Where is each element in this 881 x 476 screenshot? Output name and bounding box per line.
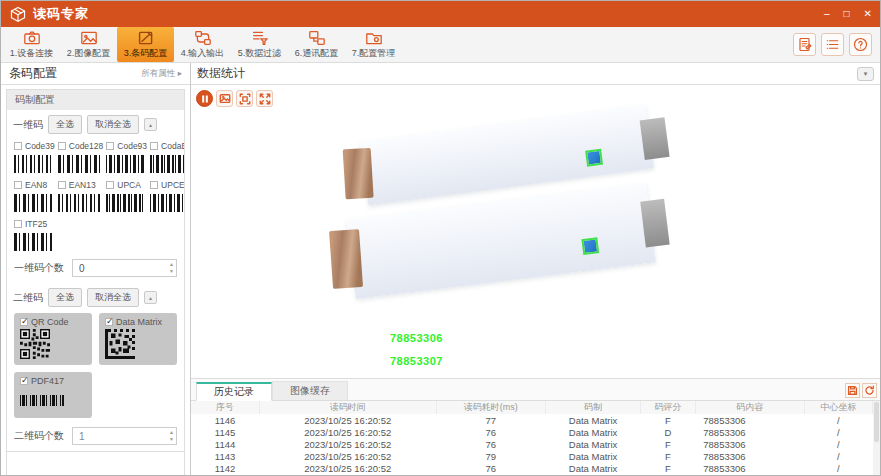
checkbox-itf25[interactable]: ITF25: [14, 219, 55, 229]
data-filter-icon: [250, 30, 270, 46]
checkbox-upca[interactable]: UPCA: [106, 180, 147, 190]
refresh-button[interactable]: [862, 383, 877, 398]
tab-image-cache[interactable]: 图像缓存: [272, 381, 348, 400]
list-button[interactable]: [821, 33, 844, 56]
checkbox-qrcode[interactable]: QR Code: [20, 317, 86, 327]
twod-controls-row: 二维码 全选 取消全选 ▴: [7, 283, 184, 310]
checkbox-pdf417[interactable]: PDF417: [20, 376, 86, 386]
fit-view-button[interactable]: [236, 90, 253, 107]
barcode-type-datamatrix[interactable]: Data Matrix: [99, 313, 177, 365]
table-row[interactable]: 1145 2023/10/25 16:20:52 76 Data Matrix …: [191, 426, 873, 438]
cell-coord: /: [804, 438, 872, 450]
spinner-arrows[interactable]: ▲▼: [169, 429, 174, 443]
history-table: 序号 读码时间 读码耗时(ms) 码制 码评分 码内容 中心坐标: [191, 401, 873, 476]
save-history-button[interactable]: [845, 383, 860, 398]
barcode-sample: [58, 155, 101, 173]
checkbox-datamatrix[interactable]: Data Matrix: [105, 317, 171, 327]
oned-select-all-button[interactable]: 全选: [48, 115, 82, 134]
spinner-arrows[interactable]: ▲▼: [169, 261, 174, 275]
tab-comm-config[interactable]: 6.通讯配置: [288, 27, 345, 62]
history-table-wrap[interactable]: 序号 读码时间 读码耗时(ms) 码制 码评分 码内容 中心坐标: [191, 401, 880, 476]
checkbox-box[interactable]: [105, 318, 113, 326]
checkbox-box[interactable]: [20, 377, 28, 385]
save-image-icon: [219, 93, 231, 105]
tab-history-record[interactable]: 历史记录: [196, 382, 272, 401]
col-read-time[interactable]: 读码时间: [259, 401, 436, 414]
checkbox-box[interactable]: [106, 142, 114, 150]
oned-fold-button[interactable]: ▴: [144, 118, 157, 131]
tab-config-manage[interactable]: 7.配置管理: [345, 27, 402, 62]
table-scrollbar[interactable]: [873, 401, 880, 476]
maximize-button[interactable]: □: [844, 9, 850, 19]
oned-count-input[interactable]: 0 ▲▼: [72, 259, 177, 277]
tab-barcode-config[interactable]: 3.条码配置: [117, 27, 174, 62]
cell-coord: /: [804, 426, 872, 438]
barcode-edit-icon: [136, 30, 156, 46]
checkbox-ean13[interactable]: EAN13: [58, 180, 104, 190]
close-button[interactable]: ✕: [864, 9, 872, 19]
barcode-type-pdf417[interactable]: PDF417: [14, 372, 92, 418]
image-viewer[interactable]: 78853306 78853307: [191, 85, 880, 379]
checkbox-ean8[interactable]: EAN8: [14, 180, 55, 190]
twod-select-all-button[interactable]: 全选: [48, 288, 82, 307]
main-area: 条码配置 所有属性 ▸ 码制配置 一维码 全选 取消全选 ▴: [1, 63, 880, 476]
checkbox-box[interactable]: [150, 142, 158, 150]
twod-deselect-all-button[interactable]: 取消全选: [87, 288, 139, 307]
tab-data-filter[interactable]: 5.数据过滤: [231, 27, 288, 62]
col-elapsed[interactable]: 读码耗时(ms): [436, 401, 545, 414]
col-seq[interactable]: 序号: [191, 401, 259, 414]
tab-image-config[interactable]: 2.图像配置: [60, 27, 117, 62]
checkbox-box[interactable]: [14, 142, 22, 150]
scrollbar-thumb[interactable]: [874, 402, 879, 442]
checkbox-box[interactable]: [150, 181, 158, 189]
table-row[interactable]: 1143 2023/10/25 16:20:52 79 Data Matrix …: [191, 450, 873, 462]
toolbar-right-actions: [793, 27, 878, 62]
twod-count-input[interactable]: 1 ▲▼: [72, 427, 177, 445]
pause-button[interactable]: [196, 90, 213, 107]
col-content[interactable]: 码内容: [695, 401, 804, 414]
checkbox-box[interactable]: [58, 181, 66, 189]
checkbox-box[interactable]: [106, 181, 114, 189]
fullscreen-button[interactable]: [256, 90, 273, 107]
cell-content: 78853306: [695, 450, 804, 462]
tab-input-output[interactable]: 4.输入输出: [174, 27, 231, 62]
help-button[interactable]: [849, 33, 872, 56]
table-row[interactable]: 1142 2023/10/25 16:20:52 76 Data Matrix …: [191, 462, 873, 474]
tab-device-connect[interactable]: 1.设备连接: [3, 27, 60, 62]
input-output-icon: [193, 30, 213, 46]
barcode-type-qrcode[interactable]: QR Code: [14, 313, 92, 365]
report-button[interactable]: [793, 33, 816, 56]
barcode-type-code93: Code93: [106, 141, 147, 173]
col-grade[interactable]: 码评分: [641, 401, 696, 414]
cell-time: 2023/10/25 16:20:52: [259, 438, 436, 450]
table-row[interactable]: 1144 2023/10/25 16:20:52 76 Data Matrix …: [191, 438, 873, 450]
checkbox-code39[interactable]: Code39: [14, 141, 55, 151]
cell-time: 2023/10/25 16:20:52: [259, 426, 436, 438]
checkbox-codabar[interactable]: CodaBar: [150, 141, 185, 151]
cell-content: 78853306: [695, 462, 804, 474]
twod-fold-button[interactable]: ▴: [144, 291, 157, 304]
left-panel-title: 条码配置: [9, 65, 57, 82]
datamatrix-sample: [105, 329, 135, 359]
all-properties-link[interactable]: 所有属性 ▸: [141, 68, 182, 80]
refresh-icon: [864, 385, 875, 396]
table-row[interactable]: 1146 2023/10/25 16:20:52 77 Data Matrix …: [191, 414, 873, 426]
checkbox-code93[interactable]: Code93: [106, 141, 147, 151]
col-center-coord[interactable]: 中心坐标: [804, 401, 872, 414]
checkbox-box[interactable]: [14, 220, 22, 228]
oned-deselect-all-button[interactable]: 取消全选: [87, 115, 139, 134]
col-code-type[interactable]: 码制: [545, 401, 640, 414]
save-image-button[interactable]: [216, 90, 233, 107]
checkbox-upce[interactable]: UPCE: [150, 180, 185, 190]
barcode-sample: [106, 194, 144, 212]
minimize-button[interactable]: –: [824, 9, 830, 19]
tab-label: 4.输入输出: [181, 47, 225, 60]
barcode-sample: [150, 155, 185, 173]
panel-collapse-button[interactable]: ▾: [857, 67, 874, 81]
checkbox-code128[interactable]: Code128: [58, 141, 104, 151]
decoded-result-2: 78853307: [390, 355, 443, 367]
checkbox-box[interactable]: [20, 318, 28, 326]
checkbox-box[interactable]: [58, 142, 66, 150]
history-section: 历史记录 图像缓存: [191, 379, 880, 476]
checkbox-box[interactable]: [14, 181, 22, 189]
